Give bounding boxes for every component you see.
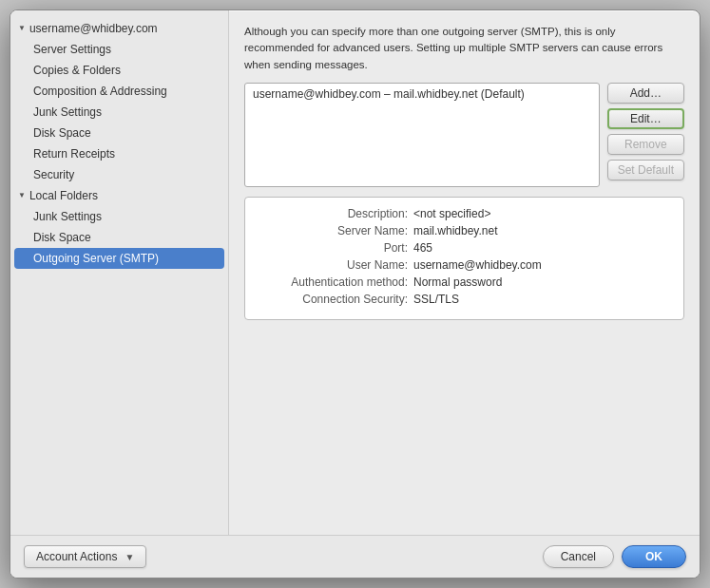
sidebar-account-1[interactable]: ▼ username@whidbey.com <box>10 18 228 39</box>
server-buttons: Add… Edit… Remove Set Default <box>607 83 684 180</box>
detail-user-name-row: User Name: username@whidbey.com <box>257 258 672 272</box>
dialog-buttons: Cancel OK <box>543 545 686 568</box>
main-panel: Although you can specify more than one o… <box>229 10 700 535</box>
sidebar-item-composition-addressing[interactable]: Composition & Addressing <box>10 81 228 102</box>
port-label: Port: <box>257 241 413 255</box>
server-list[interactable]: username@whidbey.com – mail.whidbey.net … <box>244 83 600 187</box>
account-1-label: username@whidbey.com <box>29 20 158 37</box>
user-name-label: User Name: <box>257 258 413 272</box>
sidebar-item-outgoing-smtp[interactable]: Outgoing Server (SMTP) <box>14 248 224 269</box>
security-value: SSL/TLS <box>413 293 459 306</box>
cancel-button[interactable]: Cancel <box>543 545 614 568</box>
account-actions-label: Account Actions <box>36 550 117 563</box>
detail-auth-row: Authentication method: Normal password <box>257 275 672 289</box>
auth-value: Normal password <box>413 275 502 289</box>
server-list-item[interactable]: username@whidbey.com – mail.whidbey.net … <box>245 84 599 104</box>
detail-security-row: Connection Security: SSL/TLS <box>257 293 672 306</box>
triangle-icon: ▼ <box>18 20 26 37</box>
server-panel: username@whidbey.com – mail.whidbey.net … <box>244 83 684 187</box>
description-label: Description: <box>257 207 413 220</box>
sidebar-item-server-settings[interactable]: Server Settings <box>10 39 228 60</box>
server-name-value: mail.whidbey.net <box>413 224 498 237</box>
ok-button[interactable]: OK <box>622 545 686 568</box>
detail-server-name-row: Server Name: mail.whidbey.net <box>257 224 672 237</box>
user-name-value: username@whidbey.com <box>413 258 542 272</box>
sidebar-item-disk-space-1[interactable]: Disk Space <box>10 123 228 143</box>
port-value: 465 <box>413 241 432 255</box>
preferences-dialog: ▼ username@whidbey.com Server Settings C… <box>10 9 700 579</box>
server-name-label: Server Name: <box>257 224 413 237</box>
account-actions-button[interactable]: Account Actions ▼ <box>24 545 146 568</box>
set-default-button[interactable]: Set Default <box>607 160 684 180</box>
auth-label: Authentication method: <box>257 275 413 289</box>
description-text: Although you can specify more than one o… <box>244 24 684 73</box>
sidebar-item-security[interactable]: Security <box>10 164 228 185</box>
detail-description-row: Description: <not specified> <box>257 207 672 220</box>
account-2-label: Local Folders <box>29 187 98 204</box>
sidebar-item-junk-settings-1[interactable]: Junk Settings <box>10 102 228 123</box>
sidebar-item-junk-settings-2[interactable]: Junk Settings <box>10 206 228 227</box>
sidebar-item-disk-space-2[interactable]: Disk Space <box>10 227 228 248</box>
dialog-body: ▼ username@whidbey.com Server Settings C… <box>10 10 700 535</box>
bottom-bar: Account Actions ▼ Cancel OK <box>10 535 700 578</box>
remove-button[interactable]: Remove <box>607 134 684 155</box>
sidebar: ▼ username@whidbey.com Server Settings C… <box>10 10 229 535</box>
sidebar-item-return-receipts[interactable]: Return Receipts <box>10 143 228 164</box>
add-button[interactable]: Add… <box>607 83 684 104</box>
sidebar-item-copies-folders[interactable]: Copies & Folders <box>10 60 228 81</box>
details-panel: Description: <not specified> Server Name… <box>244 197 684 320</box>
dropdown-arrow-icon: ▼ <box>125 552 134 562</box>
edit-button[interactable]: Edit… <box>607 108 684 129</box>
sidebar-account-2[interactable]: ▼ Local Folders <box>10 185 228 206</box>
description-value: <not specified> <box>413 207 490 220</box>
detail-port-row: Port: 465 <box>257 241 672 255</box>
security-label: Connection Security: <box>257 293 413 306</box>
account-actions-wrapper: Account Actions ▼ <box>24 545 146 568</box>
triangle-icon-2: ▼ <box>18 187 26 204</box>
